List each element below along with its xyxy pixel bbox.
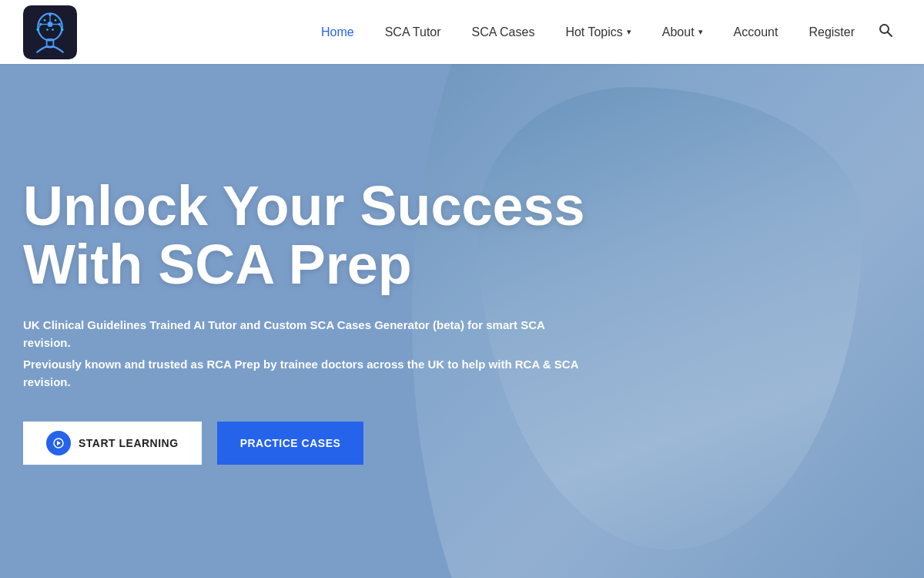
practice-cases-button[interactable]: PRACTICE CASES xyxy=(217,422,364,465)
nav-item-hot-topics[interactable]: Hot Topics ▾ xyxy=(550,0,646,64)
svg-point-16 xyxy=(46,29,49,31)
svg-point-15 xyxy=(55,18,57,21)
hero-buttons: START LEARNING PRACTICE CASES xyxy=(23,422,593,465)
practice-cases-label: PRACTICE CASES xyxy=(240,437,341,449)
nav-item-home[interactable]: Home xyxy=(306,0,370,64)
hero-section: Unlock Your Success With SCA Prep UK Cli… xyxy=(0,64,924,578)
svg-point-17 xyxy=(52,29,54,31)
svg-point-14 xyxy=(44,18,46,21)
nav-item-account[interactable]: Account xyxy=(718,0,794,64)
svg-line-19 xyxy=(888,32,892,36)
hero-title: Unlock Your Success With SCA Prep xyxy=(23,177,593,294)
logo-area[interactable] xyxy=(23,5,77,59)
hero-subtitle-1: UK Clinical Guidelines Trained AI Tutor … xyxy=(23,317,593,351)
start-learning-button[interactable]: START LEARNING xyxy=(23,422,202,465)
svg-point-11 xyxy=(37,28,40,31)
start-learning-icon xyxy=(46,431,71,455)
svg-point-6 xyxy=(49,13,52,16)
start-learning-label: START LEARNING xyxy=(79,437,179,449)
search-icon xyxy=(878,22,893,42)
svg-point-2 xyxy=(48,22,53,27)
about-chevron-icon: ▾ xyxy=(698,0,703,64)
main-nav: Home SCA Tutor SCA Cases Hot Topics ▾ Ab… xyxy=(306,0,870,64)
site-logo xyxy=(23,5,77,59)
hero-content: Unlock Your Success With SCA Prep UK Cli… xyxy=(0,64,616,578)
nav-item-sca-cases[interactable]: SCA Cases xyxy=(457,0,551,64)
search-button[interactable] xyxy=(870,0,901,64)
hero-subtitle-2: Previously known and trusted as RCA Prep… xyxy=(23,356,593,391)
nav-item-register[interactable]: Register xyxy=(793,0,870,64)
site-header: Home SCA Tutor SCA Cases Hot Topics ▾ Ab… xyxy=(0,0,924,64)
nav-item-sca-tutor[interactable]: SCA Tutor xyxy=(370,0,457,64)
hot-topics-chevron-icon: ▾ xyxy=(627,0,631,64)
svg-point-12 xyxy=(61,28,64,31)
nav-item-about[interactable]: About ▾ xyxy=(647,0,718,64)
